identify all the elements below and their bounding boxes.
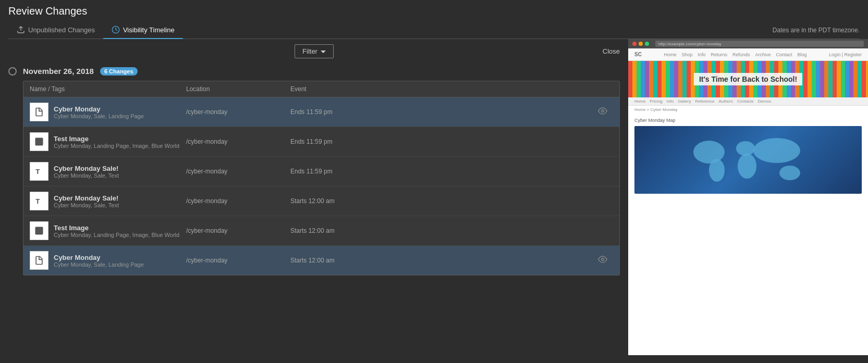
preview-breadcrumb: Home > Cyber Monday — [628, 106, 868, 114]
item-name: Cyber Monday — [54, 254, 144, 261]
svg-point-13 — [738, 154, 756, 179]
text-icon-cell: T — [30, 192, 48, 210]
svg-point-15 — [779, 166, 800, 180]
svg-text:T: T — [35, 168, 40, 176]
document-icon — [34, 255, 44, 266]
svg-point-12 — [736, 141, 755, 156]
location-cell: /cyber-monday — [186, 257, 290, 264]
image-icon-cell — [30, 132, 48, 151]
location-cell: /cyber-monday — [186, 197, 290, 205]
item-tags: Cyber Monday, Landing Page, Image, Blue … — [54, 143, 179, 149]
item-info: Cyber Monday Cyber Monday, Sale, Landing… — [54, 254, 144, 268]
table-row[interactable]: Cyber Monday Cyber Monday, Sale, Landing… — [23, 97, 619, 127]
doc-icon-cell — [30, 103, 48, 121]
item-tags: Cyber Monday, Sale, Text — [54, 172, 119, 179]
item-tags: Cyber Monday, Landing Page, Image, Blue … — [54, 232, 179, 238]
changes-table: Name / Tags Location Event Cyber Monday … — [23, 81, 620, 276]
item-info: Test Image Cyber Monday, Landing Page, I… — [54, 224, 179, 238]
image-icon — [34, 226, 44, 236]
text-icon: T — [34, 196, 44, 206]
date-row: November 26, 2018 6 Changes — [8, 67, 620, 76]
item-cell: Cyber Monday Cyber Monday, Sale, Landing… — [30, 103, 186, 121]
preview-container: http://example.com/cyber-monday SC Home … — [628, 39, 868, 355]
table-header: Name / Tags Location Event — [23, 81, 619, 97]
item-cell: T Cyber Monday Sale! Cyber Monday, Sale,… — [30, 162, 186, 181]
item-info: Cyber Monday Cyber Monday, Sale, Landing… — [54, 105, 144, 119]
expand-dot — [645, 42, 649, 46]
item-cell: T Cyber Monday Sale! Cyber Monday, Sale,… — [30, 192, 186, 210]
world-map-svg — [680, 129, 816, 191]
col-event: Event — [290, 85, 592, 93]
table-row[interactable]: Cyber Monday Cyber Monday, Sale, Landing… — [23, 246, 619, 275]
tab-visibility-label: Visibility Timeline — [123, 26, 175, 34]
preview-logo: SC — [634, 52, 642, 57]
item-name: Cyber Monday — [54, 105, 144, 113]
location-cell: /cyber-monday — [186, 168, 290, 175]
svg-marker-1 — [321, 51, 326, 53]
item-name: Cyber Monday Sale! — [54, 194, 119, 202]
clock-icon — [112, 26, 120, 34]
preview-panel: http://example.com/cyber-monday SC Home … — [628, 39, 868, 355]
visibility-icon — [598, 255, 607, 264]
col-name: Name / Tags — [30, 85, 186, 93]
item-cell: Test Image Cyber Monday, Landing Page, I… — [30, 221, 186, 240]
text-icon: T — [34, 166, 44, 177]
svg-point-4 — [37, 140, 39, 141]
upload-icon — [17, 26, 25, 34]
event-cell: Starts 12:00 am — [290, 257, 592, 264]
changes-badge: 6 Changes — [100, 67, 138, 76]
table-row[interactable]: T Cyber Monday Sale! Cyber Monday, Sale,… — [23, 157, 619, 186]
page-header: Review Changes Unpublished Changes Visib… — [0, 0, 868, 39]
preview-auth: Login | Register — [829, 52, 862, 57]
preview-top-bar: http://example.com/cyber-monday — [628, 39, 868, 48]
preview-nav: Home Shop Info Returns Refunds Archive C… — [664, 52, 806, 57]
preview-map-section: Cyber Monday Map — [628, 114, 868, 198]
eye-icon[interactable] — [592, 255, 613, 266]
item-info: Cyber Monday Sale! Cyber Monday, Sale, T… — [54, 165, 119, 179]
main-content: Filter Close November 26, 2018 6 Changes… — [0, 39, 868, 355]
table-row[interactable]: Test Image Cyber Monday, Landing Page, I… — [23, 127, 619, 157]
item-info: Test Image Cyber Monday, Landing Page, I… — [54, 135, 179, 149]
chevron-down-icon — [321, 49, 326, 54]
image-icon-cell — [30, 221, 48, 240]
location-cell: /cyber-monday — [186, 227, 290, 234]
text-icon-cell: T — [30, 162, 48, 181]
table-row[interactable]: T Cyber Monday Sale! Cyber Monday, Sale,… — [23, 186, 619, 216]
left-panel: Filter Close November 26, 2018 6 Changes… — [0, 39, 628, 355]
item-name: Cyber Monday Sale! — [54, 165, 119, 172]
page-title: Review Changes — [8, 5, 860, 17]
document-icon — [34, 107, 44, 117]
event-cell: Ends 11:59 pm — [290, 168, 592, 175]
timezone-note: Dates are in the PDT timezone. — [773, 27, 860, 34]
item-cell: Cyber Monday Cyber Monday, Sale, Landing… — [30, 251, 186, 270]
preview-sub-nav: Home Pricing Info Gallery Reference Auth… — [628, 97, 868, 106]
filter-row: Filter Close — [8, 44, 620, 58]
event-cell: Starts 12:00 am — [290, 227, 592, 234]
tab-unpublished-label: Unpublished Changes — [28, 26, 95, 34]
date-label: November 26, 2018 — [23, 67, 94, 76]
col-location: Location — [186, 85, 290, 93]
table-row[interactable]: Test Image Cyber Monday, Landing Page, I… — [23, 216, 619, 246]
svg-point-2 — [602, 110, 604, 112]
tab-visibility[interactable]: Visibility Timeline — [103, 21, 183, 39]
filter-button[interactable]: Filter — [295, 44, 334, 58]
location-cell: /cyber-monday — [186, 108, 290, 116]
tab-unpublished[interactable]: Unpublished Changes — [8, 21, 103, 39]
item-name: Test Image — [54, 135, 179, 143]
svg-point-8 — [37, 229, 39, 230]
event-cell: Ends 11:59 pm — [290, 138, 592, 145]
preview-hero-text: It's Time for Back to School! — [694, 73, 802, 85]
event-cell: Starts 12:00 am — [290, 197, 592, 205]
eye-icon[interactable] — [592, 106, 613, 118]
item-tags: Cyber Monday, Sale, Text — [54, 202, 119, 208]
preview-map — [634, 126, 862, 194]
close-button[interactable]: Close — [603, 47, 620, 55]
svg-point-14 — [753, 138, 800, 163]
doc-icon-cell — [30, 251, 48, 270]
location-cell: /cyber-monday — [186, 138, 290, 145]
preview-site-header: SC Home Shop Info Returns Refunds Archiv… — [628, 48, 868, 61]
item-tags: Cyber Monday, Sale, Landing Page — [54, 113, 144, 119]
url-bar: http://example.com/cyber-monday — [658, 42, 722, 46]
col-action — [592, 85, 613, 93]
filter-label: Filter — [302, 47, 317, 55]
